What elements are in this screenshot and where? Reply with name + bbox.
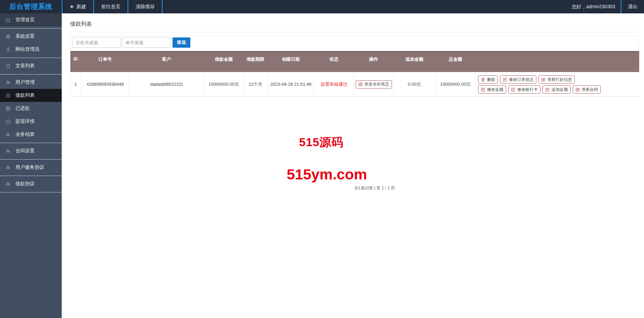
sidebar-item-label: 管理首页 [15, 17, 35, 23]
modify-amount-button[interactable]: 修改金额 [478, 85, 506, 94]
user-icon [5, 47, 11, 52]
grid-icon [5, 106, 11, 111]
list-icon [358, 82, 363, 86]
sidebar-item-article-list[interactable]: 文章列表 [0, 59, 62, 72]
sidebar-item-repaid[interactable]: 已还款 [0, 102, 62, 115]
sidebar-item-label: 借款协议 [15, 181, 35, 187]
cell-order-no: 428899093938449 [81, 72, 129, 97]
modify-bank-card-button[interactable]: 修改银行卡 [508, 85, 540, 94]
cell-total-amount: 10000000.00元 [436, 72, 476, 97]
cell-operation: 发送当前状态 [354, 72, 394, 97]
col-header-id: ID [70, 51, 81, 72]
delete-button[interactable]: 删除 [478, 75, 498, 84]
new-button[interactable]: 新建 [62, 0, 94, 13]
cell-status: 设置审核通过 [314, 72, 354, 97]
sidebar-group: 借款协议 [0, 176, 62, 192]
plus-icon [70, 4, 74, 9]
view-contract-button[interactable]: 查看合同 [573, 85, 601, 94]
gear-icon [5, 34, 11, 39]
users-icon [5, 80, 11, 85]
trash-icon [481, 78, 485, 82]
grid-icon [5, 93, 11, 98]
sidebar-group: 管理首页 [0, 13, 62, 28]
home-icon [5, 17, 11, 23]
add-amount-button[interactable]: 追加金额 [542, 85, 571, 94]
cell-loan-term: 12个月 [244, 72, 267, 97]
admin-page: 后台管理系统 新建 前往首页 清除缓存 您好，admin230303 退出 管理… [0, 0, 644, 318]
top-bar-right: 您好，admin230303 退出 [566, 0, 644, 13]
sidebar-item-label: 文章列表 [15, 63, 35, 69]
list-icon [575, 87, 580, 92]
list-icon [541, 78, 546, 82]
col-header-total-amount: 总金额 [436, 51, 476, 72]
sidebar-item-label: 提现详情 [15, 118, 35, 125]
box-icon [5, 119, 11, 125]
send-current-status-button[interactable]: 发送当前状态 [356, 80, 392, 89]
edit-icon [545, 87, 550, 92]
new-button-label: 新建 [76, 4, 86, 10]
col-header-loan-term: 借款期限 [244, 51, 267, 72]
sidebar-item-label: 合同设置 [15, 148, 35, 154]
col-header-status: 状态 [314, 51, 354, 72]
main-content: 借款列表 筛选 ID 订单号 客户 借款金额 借款期限 创建日期 状态 [62, 13, 644, 318]
sidebar-item-user-management[interactable]: 用户管理 [0, 76, 62, 89]
col-header-customer: 客户 [129, 51, 204, 72]
cell-extra-amount: 0.00元 [394, 72, 436, 97]
file-icon [5, 63, 11, 69]
sidebar-item-withdrawal-details[interactable]: 提现详情 [0, 115, 62, 128]
col-header-loan-amount: 借款金额 [204, 51, 244, 72]
actions-row-2: 修改金额 修改银行卡 追加金额 [478, 85, 638, 94]
sidebar: 管理首页 系统设置 网站管理员 文章列表 用户管理 [0, 13, 62, 318]
user-greeting: 您好，admin230303 [566, 0, 621, 13]
go-homepage-button[interactable]: 前往首页 [94, 0, 128, 13]
edit-icon [481, 87, 485, 92]
top-bar: 后台管理系统 新建 前往首页 清除缓存 您好，admin230303 退出 [0, 0, 644, 13]
cell-actions: 删除 修改订单状态 查看打款信息 [476, 72, 639, 97]
col-header-created-date: 创建日期 [267, 51, 314, 72]
pagination: 共1条记录 | 第 1 / 1 页 [70, 185, 639, 191]
clear-cache-button[interactable]: 清除缓存 [128, 0, 163, 13]
col-header-actions [476, 51, 639, 72]
table-row: 1 428899093938449 dadad(6652222) 1000000… [70, 72, 639, 97]
sidebar-item-contract-settings[interactable]: 合同设置 [0, 144, 62, 157]
edit-icon [503, 78, 507, 82]
sidebar-item-loan-agreement[interactable]: 借款协议 [0, 177, 62, 190]
sidebar-group: 文章列表 [0, 58, 62, 74]
logout-button[interactable]: 退出 [621, 0, 644, 13]
cell-loan-amount: 10000000.00元 [204, 72, 244, 97]
filter-button[interactable]: 筛选 [172, 37, 190, 48]
watermark-line1: 515源码 [299, 134, 344, 150]
page-title: 借款列表 [70, 13, 639, 32]
table-header-row: ID 订单号 客户 借款金额 借款期限 创建日期 状态 操作 追加金额 总金额 [70, 51, 639, 72]
phone-search-input[interactable] [72, 37, 121, 48]
sidebar-group: 用户服务协议 [0, 160, 62, 176]
sidebar-item-business-settlement[interactable]: 业务结算 [0, 128, 62, 141]
sidebar-item-loan-list[interactable]: 借款列表 [0, 89, 62, 102]
sidebar-group: 合同设置 [0, 143, 62, 160]
sidebar-item-label: 用户服务协议 [15, 164, 44, 170]
sidebar-item-user-service-agreement[interactable]: 用户服务协议 [0, 161, 62, 174]
actions-row-1: 删除 修改订单状态 查看打款信息 [478, 75, 638, 84]
users-icon [5, 165, 11, 170]
cell-created-date: 2023-04-28 21:51:49 [267, 72, 314, 97]
col-header-operation: 操作 [354, 51, 394, 72]
users-icon [5, 132, 11, 138]
view-payment-info-button[interactable]: 查看打款信息 [538, 75, 575, 84]
go-homepage-label: 前往首页 [101, 4, 120, 10]
sidebar-item-label: 用户管理 [15, 79, 35, 85]
search-panel: 筛选 [70, 35, 639, 50]
status-badge: 设置审核通过 [321, 82, 347, 87]
modify-order-status-button[interactable]: 修改订单状态 [500, 75, 536, 84]
sidebar-item-label: 已还款 [15, 105, 30, 111]
app-logo: 后台管理系统 [0, 0, 62, 13]
cell-id: 1 [70, 72, 81, 97]
edit-icon [511, 87, 515, 92]
sidebar-item-site-admin[interactable]: 网站管理员 [0, 43, 62, 56]
sidebar-group: 用户管理 借款列表 已还款 提现详情 业务结算 [0, 74, 62, 143]
sidebar-item-label: 业务结算 [15, 131, 35, 138]
col-header-extra-amount: 追加金额 [394, 51, 436, 72]
sidebar-item-home[interactable]: 管理首页 [0, 13, 62, 26]
order-search-input[interactable] [122, 37, 170, 48]
users-icon [5, 148, 11, 154]
sidebar-item-system-settings[interactable]: 系统设置 [0, 30, 62, 43]
